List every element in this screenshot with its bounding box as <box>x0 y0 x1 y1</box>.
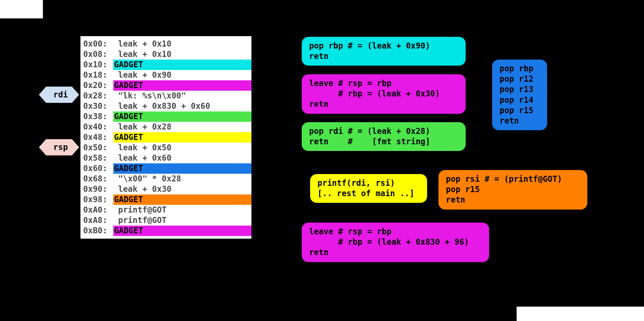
gadget-bubble-orange: pop rsi # = (printf@GOT) pop r15 retn <box>438 170 587 210</box>
stack-row-value: leak + 0x10 <box>113 49 251 60</box>
register-tag-rdi: rdi <box>39 86 79 103</box>
stack-row-addr: 0x68: <box>80 174 113 184</box>
stack-row-addr: 0x50: <box>80 143 113 153</box>
stack-row-addr: 0x30: <box>80 101 113 111</box>
register-tag-rsp: rsp <box>39 139 79 156</box>
stack-row-addr: 0xB0: <box>80 226 113 236</box>
stack-row-value: leak + 0x90 <box>113 70 251 80</box>
stack-row-value: leak + 0x10 <box>113 39 251 49</box>
stack-row: 0x40: leak + 0x28 <box>80 122 251 132</box>
stack-row-addr: 0x90: <box>80 184 113 194</box>
register-label: rdi <box>53 90 68 100</box>
stack-row-value: leak + 0x830 + 0x60 <box>113 101 251 111</box>
stack-row: 0x38:GADGET <box>80 111 251 122</box>
stack-row-gadget: GADGET <box>113 226 251 236</box>
stack-row-gadget: GADGET <box>113 132 251 143</box>
register-label: rsp <box>53 142 68 153</box>
stack-row-addr: 0x60: <box>80 163 113 174</box>
stack-row-addr: 0x20: <box>80 80 113 91</box>
stack-row: 0x60:GADGET <box>80 163 251 174</box>
stack-row: 0x30: leak + 0x830 + 0x60 <box>80 101 251 111</box>
gadget-bubble-magenta: leave # rsp = rbp # rbp = (leak + 0x30) … <box>302 74 466 114</box>
stack-row-value: printf@GOT <box>113 215 251 226</box>
stack-row-addr: 0x58: <box>80 153 113 163</box>
gadget-bubble-magenta-2: leave # rsp = rbp # rbp = (leak + 0x830 … <box>302 223 489 262</box>
stack-row-value: "\x00" * 0x28 <box>113 174 251 184</box>
stack-row: 0x18: leak + 0x90 <box>80 70 251 80</box>
stack-row-addr: 0xA8: <box>80 215 113 226</box>
stack-row: 0xB0:GADGET <box>80 226 251 236</box>
stack-row-addr: 0x40: <box>80 122 113 132</box>
stack-row-gadget: GADGET <box>113 194 251 205</box>
stack-row-addr: 0x48: <box>80 132 113 143</box>
stack-row-addr: 0x28: <box>80 91 113 101</box>
stack-row: 0x00: leak + 0x10 <box>80 39 251 49</box>
stack-row: 0xA8: printf@GOT <box>80 215 251 226</box>
stack-row: 0x50: leak + 0x50 <box>80 143 251 153</box>
stack-row-value: leak + 0x30 <box>113 184 251 194</box>
stack-row-value: leak + 0x28 <box>113 122 251 132</box>
stack-row-addr: 0x10: <box>80 60 113 70</box>
stack-row: 0x08: leak + 0x10 <box>80 49 251 60</box>
stack-row-addr: 0x00: <box>80 39 113 49</box>
stack-row: 0x48:GADGET <box>80 132 251 143</box>
stack-row-value: leak + 0x60 <box>113 153 251 163</box>
stack-row-value: "lk: %s\n\x00" <box>113 91 251 101</box>
stack-row-addr: 0x18: <box>80 70 113 80</box>
gadget-bubble-cyan: pop rbp # = (leak + 0x90) retn <box>302 37 466 66</box>
stack-row-gadget: GADGET <box>113 111 251 122</box>
gadget-bubble-green: pop rdi # = (leak + 0x28) retn # [fmt st… <box>302 122 466 151</box>
stack-row-value: leak + 0x50 <box>113 143 251 153</box>
stack-row-value: printf@GOT <box>113 205 251 215</box>
stack-row-addr: 0x38: <box>80 111 113 122</box>
stack-row-addr: 0xA0: <box>80 205 113 215</box>
stack-row-addr: 0x98: <box>80 194 113 205</box>
corner-chip-top-left <box>0 0 43 18</box>
stack-row-gadget: GADGET <box>113 60 251 70</box>
stack-row: 0x98:GADGET <box>80 194 251 205</box>
stack-row: 0xA0: printf@GOT <box>80 205 251 215</box>
stack-panel: 0x00: leak + 0x100x08: leak + 0x100x10:G… <box>80 36 251 239</box>
stack-row-addr: 0x08: <box>80 49 113 60</box>
diagram-stage: rdi rsp 0x00: leak + 0x100x08: leak + 0x… <box>0 0 644 321</box>
corner-chip-bottom-right <box>517 307 644 321</box>
gadget-bubble-yellow: printf(rdi, rsi) [.. rest of main ..] <box>310 174 427 203</box>
stack-row: 0x10:GADGET <box>80 60 251 70</box>
gadget-bubble-blue: pop rbp pop r12 pop r13 pop r14 pop r15 … <box>492 60 547 130</box>
stack-row: 0x28: "lk: %s\n\x00" <box>80 91 251 101</box>
stack-row: 0x90: leak + 0x30 <box>80 184 251 194</box>
stack-row-gadget: GADGET <box>113 163 251 174</box>
stack-row: 0x68: "\x00" * 0x28 <box>80 174 251 184</box>
stack-row: 0x58: leak + 0x60 <box>80 153 251 163</box>
stack-row-gadget: GADGET <box>113 80 251 91</box>
stack-row: 0x20:GADGET <box>80 80 251 91</box>
